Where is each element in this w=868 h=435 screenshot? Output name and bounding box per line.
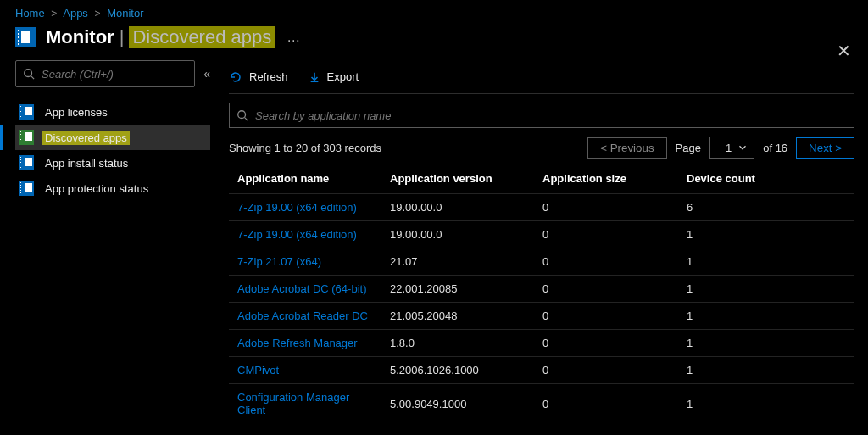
app-size: 0 <box>534 303 678 330</box>
app-version: 19.00.00.0 <box>381 194 534 221</box>
col-application-size[interactable]: Application size <box>534 165 678 194</box>
title-separator: | <box>120 26 125 48</box>
page-total: of 16 <box>763 142 787 154</box>
app-name-link[interactable]: CMPivot <box>229 357 381 384</box>
app-name-link[interactable]: Adobe Acrobat Reader DC <box>229 303 381 330</box>
device-count: 6 <box>678 194 854 221</box>
device-count: 1 <box>678 248 854 276</box>
next-page-button[interactable]: Next > <box>796 137 854 159</box>
device-count: 1 <box>678 276 854 303</box>
app-size: 0 <box>534 357 678 384</box>
export-button[interactable]: Export <box>309 70 359 83</box>
table-row: 7-Zip 19.00 (x64 edition)19.00.00.001 <box>229 221 854 248</box>
svg-point-0 <box>25 70 32 77</box>
col-application-version[interactable]: Application version <box>381 165 534 194</box>
device-count: 1 <box>678 330 854 357</box>
sidebar-item-app-licenses[interactable]: App licenses <box>15 99 210 125</box>
search-icon <box>23 68 35 80</box>
table-header-row: Application name Application version App… <box>229 165 854 194</box>
sidebar-item-label: Discovered apps <box>42 131 130 145</box>
notebook-icon <box>19 104 34 120</box>
refresh-button[interactable]: Refresh <box>229 70 288 84</box>
app-version: 5.2006.1026.1000 <box>381 357 534 384</box>
table-row: CMPivot5.2006.1026.100001 <box>229 357 854 384</box>
sidebar-item-discovered-apps[interactable]: Discovered apps <box>15 125 210 150</box>
monitor-icon <box>15 27 36 47</box>
notebook-icon <box>19 130 34 145</box>
title-bar: Monitor | Discovered apps … <box>0 20 868 57</box>
app-name-link[interactable]: 7-Zip 19.00 (x64 edition) <box>229 221 381 248</box>
sidebar-search-input[interactable] <box>42 68 186 81</box>
device-count: 1 <box>678 221 854 248</box>
table-row: Configuration Manager Client5.00.9049.10… <box>229 384 854 418</box>
sidebar-item-label: App licenses <box>42 105 110 120</box>
sidebar: « App licensesDiscovered appsApp install… <box>0 57 220 417</box>
svg-line-1 <box>31 76 35 80</box>
app-version: 21.07 <box>381 248 534 276</box>
sidebar-item-label: App protection status <box>42 181 151 196</box>
refresh-icon <box>229 70 242 84</box>
app-version: 19.00.00.0 <box>381 221 534 248</box>
table-row: Adobe Acrobat DC (64-bit)22.001.2008501 <box>229 276 854 303</box>
sidebar-item-label: App install status <box>42 156 131 170</box>
app-name-link[interactable]: Adobe Refresh Manager <box>229 330 381 357</box>
sidebar-item-app-protection-status[interactable]: App protection status <box>15 176 210 201</box>
app-size: 0 <box>534 384 678 418</box>
page-select[interactable]: 1 <box>709 137 754 159</box>
page-label: Page <box>676 142 701 154</box>
breadcrumb-home[interactable]: Home <box>15 7 45 20</box>
pager: < Previous Page 1 of 16 Next > <box>587 137 854 159</box>
export-label: Export <box>327 70 359 83</box>
chevron-down-icon <box>737 142 748 153</box>
table-row: 7-Zip 21.07 (x64)21.0701 <box>229 248 854 276</box>
app-size: 0 <box>534 221 678 248</box>
app-version: 5.00.9049.1000 <box>381 384 534 418</box>
app-version: 21.005.20048 <box>381 303 534 330</box>
app-name-link[interactable]: 7-Zip 19.00 (x64 edition) <box>229 194 381 221</box>
app-size: 0 <box>534 248 678 276</box>
table-scroll[interactable]: Application name Application version App… <box>229 165 854 417</box>
records-summary: Showing 1 to 20 of 303 records <box>229 142 381 154</box>
device-count: 1 <box>678 303 854 330</box>
page-subtitle: Discovered apps <box>129 26 275 48</box>
app-name-link[interactable]: 7-Zip 21.07 (x64) <box>229 248 381 276</box>
search-icon <box>236 109 248 121</box>
app-name-link[interactable]: Adobe Acrobat DC (64-bit) <box>229 276 381 303</box>
apps-table: Application name Application version App… <box>229 165 854 417</box>
device-count: 1 <box>678 357 854 384</box>
app-search-input[interactable] <box>255 109 845 122</box>
notebook-icon <box>19 181 34 196</box>
chevron-right-icon: > <box>95 8 101 20</box>
toolbar: Refresh Export <box>229 60 854 94</box>
app-search[interactable] <box>229 103 854 128</box>
table-row: Adobe Refresh Manager1.8.001 <box>229 330 854 357</box>
app-name-link[interactable]: Configuration Manager Client <box>229 384 381 418</box>
app-size: 0 <box>534 276 678 303</box>
table-row: Adobe Acrobat Reader DC21.005.2004801 <box>229 303 854 330</box>
app-version: 1.8.0 <box>381 330 534 357</box>
sidebar-search[interactable] <box>15 60 195 87</box>
app-size: 0 <box>534 194 678 221</box>
sidebar-item-app-install-status[interactable]: App install status <box>15 150 210 176</box>
page-title: Monitor <box>46 26 114 48</box>
svg-point-4 <box>238 111 246 119</box>
svg-line-5 <box>245 118 248 121</box>
table-row: 7-Zip 19.00 (x64 edition)19.00.00.006 <box>229 194 854 221</box>
device-count: 1 <box>678 384 854 418</box>
close-button[interactable]: ✕ <box>837 41 851 61</box>
prev-page-button[interactable]: < Previous <box>587 137 666 159</box>
page-number: 1 <box>726 142 732 154</box>
breadcrumb-monitor[interactable]: Monitor <box>107 7 143 20</box>
col-device-count[interactable]: Device count <box>678 165 854 194</box>
breadcrumb-apps[interactable]: Apps <box>63 7 88 20</box>
app-size: 0 <box>534 330 678 357</box>
breadcrumb: Home > Apps > Monitor <box>0 0 868 20</box>
app-version: 22.001.20085 <box>381 276 534 303</box>
col-application-name[interactable]: Application name <box>229 165 381 194</box>
collapse-sidebar-button[interactable]: « <box>203 67 210 81</box>
download-icon <box>309 71 320 83</box>
notebook-icon <box>19 155 34 170</box>
refresh-label: Refresh <box>249 70 288 83</box>
main-panel: Refresh Export Showing 1 to 20 of 303 re… <box>220 57 868 417</box>
more-actions-button[interactable]: … <box>287 30 300 45</box>
